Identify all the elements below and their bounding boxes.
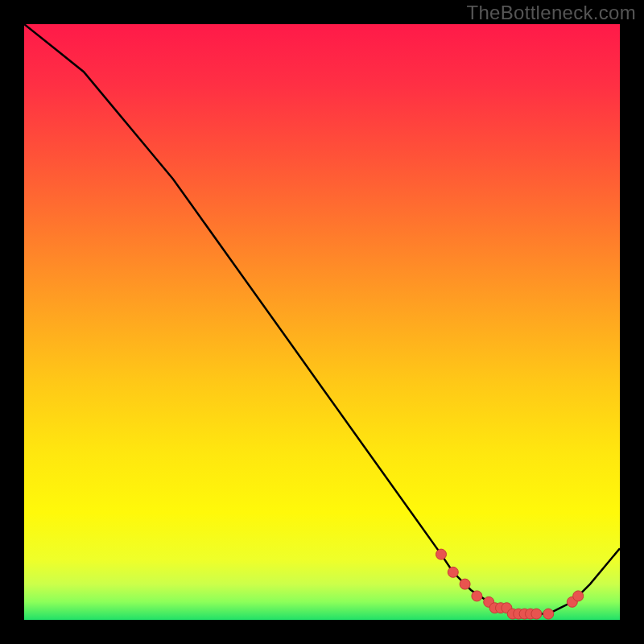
optimal-point bbox=[543, 609, 554, 619]
attribution-text: TheBottleneck.com bbox=[466, 2, 636, 24]
bottleneck-curve bbox=[24, 24, 620, 614]
chart-frame: TheBottleneck.com bbox=[0, 0, 644, 644]
optimal-point bbox=[573, 591, 584, 601]
optimal-point bbox=[472, 591, 482, 601]
plot-area bbox=[24, 24, 620, 620]
optimal-range-dots bbox=[436, 549, 584, 619]
curve-layer bbox=[24, 24, 620, 620]
optimal-point bbox=[436, 549, 447, 559]
optimal-point bbox=[448, 567, 458, 577]
optimal-point bbox=[460, 579, 470, 589]
optimal-point bbox=[531, 609, 542, 619]
